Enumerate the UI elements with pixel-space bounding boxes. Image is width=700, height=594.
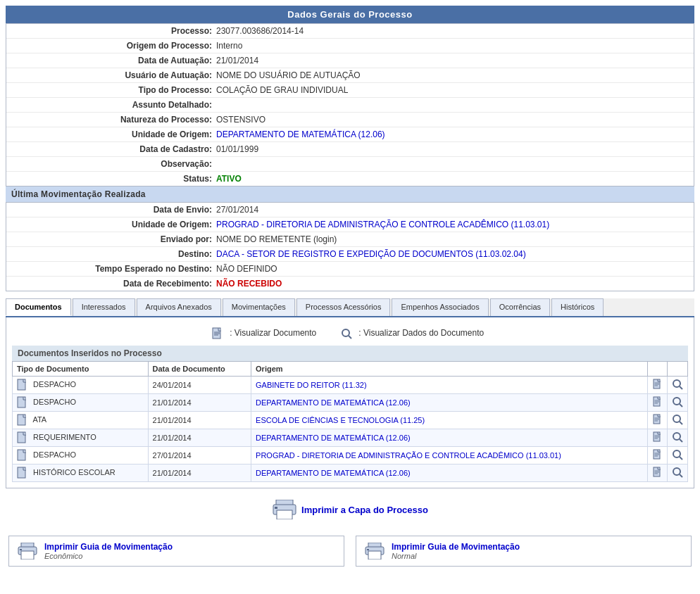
page-wrapper: Dados Gerais do Processo Processo: 23077… [0,0,700,578]
search-doc-icon[interactable] [672,467,683,478]
print-capa-section: Imprimir a Capa do Processo [6,488,694,530]
search-doc-icon[interactable] [672,414,683,425]
data-autuacao-value: 21/01/2014 [216,56,639,65]
doc-search-action[interactable] [668,377,688,394]
print-capa-button[interactable]: Imprimir a Capa do Processo [272,500,428,519]
doc-origem: PROGRAD - DIRETORIA DE ADMINISTRAÇÃO E C… [251,447,648,465]
guide-normal-title: Imprimir Guia de Movimentação [392,542,520,552]
doc-view-action[interactable] [648,465,668,482]
table-row: REQUERIMENTO 21/01/2014 DEPARTAMENTO DE … [13,429,688,447]
doc-search-action[interactable] [668,394,688,412]
doc-view-action[interactable] [648,429,668,447]
svg-point-32 [673,433,680,440]
svg-line-12 [680,386,682,389]
doc-origem: DEPARTAMENTO DE MATEMÁTICA (12.06) [251,465,648,482]
doc-view-action[interactable] [648,394,668,412]
observacao-value [216,159,639,169]
observacao-row: Observação: [6,157,694,172]
view-doc-icon[interactable] [653,467,663,478]
svg-point-11 [673,380,680,387]
doc-view-action[interactable] [648,377,668,394]
doc-file-icon [17,414,28,426]
docs-section-header: Documentos Inseridos no Processo [12,346,688,361]
unidade-origem-mov-value: PROGRAD - DIRETORIA DE ADMINISTRAÇÃO E C… [216,220,639,229]
view-doc-icon[interactable] [653,414,663,425]
tab-content-documentos: : Visualizar Documento : Visualizar Dado… [6,317,694,488]
doc-search-action[interactable] [668,465,688,482]
doc-tipo: REQUERIMENTO [13,429,149,447]
svg-point-25 [673,415,680,422]
view-doc-icon[interactable] [653,379,663,390]
guide-economico-subtitle: Econômico [44,552,173,560]
svg-rect-51 [275,507,277,509]
svg-rect-55 [20,549,22,550]
search-doc-icon[interactable] [672,379,683,390]
unidade-origem-mov-row: Unidade de Origem: PROGRAD - DIRETORIA D… [6,217,694,232]
svg-rect-54 [21,551,34,560]
data-recebimento-label: Data de Recebimento: [61,279,216,289]
doc-search-action[interactable] [668,412,688,429]
tab-movimentacoes[interactable]: Movimentações [223,298,295,316]
doc-tipo: DESPACHO [13,447,149,465]
tab-arquivos-anexados[interactable]: Arquivos Anexados [137,298,221,316]
processo-label: Processo: [61,26,216,36]
view-doc-icon[interactable] [653,431,663,443]
doc-view-action[interactable] [648,447,668,465]
svg-line-5 [349,336,351,339]
tab-ocorrencias[interactable]: Ocorrências [490,298,550,316]
tempo-label: Tempo Esperado no Destino: [61,264,216,274]
tab-processos-acessorios[interactable]: Processos Acessórios [296,298,391,316]
svg-rect-58 [368,551,381,560]
guide-economico-text: Imprimir Guia de Movimentação Econômico [44,542,173,560]
unidade-label: Unidade de Origem: [61,129,216,139]
th-action2 [668,362,688,377]
guide-economico-box[interactable]: Imprimir Guia de Movimentação Econômico [8,536,344,567]
data-envio-label: Data de Envio: [61,205,216,215]
tab-interessados[interactable]: Interessados [73,298,135,316]
visualizar-dados-label: : Visualizar Dados do Documento [358,328,484,338]
data-cadastro-label: Data de Cadastro: [61,144,216,154]
doc-file-icon [17,379,28,391]
guide-economico-title: Imprimir Guia de Movimentação [44,542,173,552]
view-doc-icon[interactable] [653,449,663,460]
search-doc-icon[interactable] [672,396,683,407]
doc-data: 21/01/2014 [148,412,251,429]
svg-point-4 [342,329,349,336]
data-autuacao-label: Data de Autuação: [61,56,216,65]
printer-icon-large [272,500,297,519]
search-doc-icon[interactable] [672,449,683,460]
destino-value: DACA - SETOR DE REGISTRO E EXPEDIÇÃO DE … [216,249,639,259]
view-doc-icon[interactable] [653,396,663,407]
destino-row: Destino: DACA - SETOR DE REGISTRO E EXPE… [6,247,694,262]
main-header: Dados Gerais do Processo [6,6,694,23]
tab-historicos[interactable]: Históricos [551,298,604,316]
doc-file-icon [17,467,28,479]
svg-rect-59 [367,549,369,550]
doc-origem: DEPARTAMENTO DE MATEMÁTICA (12.06) [251,394,648,412]
main-header-text: Dados Gerais do Processo [287,9,412,20]
printer-icon-economico [18,543,37,560]
origem-value: Interno [216,41,639,51]
search-doc-icon[interactable] [672,431,683,443]
doc-search-action[interactable] [668,429,688,447]
tab-documentos[interactable]: Documentos [6,298,71,316]
svg-point-18 [673,398,680,405]
tab-empenhos-associados[interactable]: Empenhos Associados [392,298,488,316]
doc-view-action[interactable] [648,412,668,429]
table-row: DESPACHO 27/01/2014 PROGRAD - DIRETORIA … [13,447,688,465]
doc-file-icon [17,431,28,444]
assunto-value [216,100,639,110]
bottom-guides: Imprimir Guia de Movimentação Econômico … [6,530,694,572]
usuario-label: Usuário de Autuação: [61,70,216,80]
enviado-por-value: NOME DO REMETENTE (login) [216,234,639,244]
doc-data: 21/01/2014 [148,429,251,447]
destino-label: Destino: [61,249,216,259]
tempo-value: NÃO DEFINIDO [216,264,639,274]
guide-normal-box[interactable]: Imprimir Guia de Movimentação Normal [356,536,692,567]
doc-search-action[interactable] [668,447,688,465]
status-value: ATIVO [216,174,639,184]
th-tipo: Tipo de Documento [13,362,149,377]
origem-label: Origem do Processo: [61,41,216,51]
doc-tipo: ATA [13,412,149,429]
doc-file-icon [17,449,28,462]
